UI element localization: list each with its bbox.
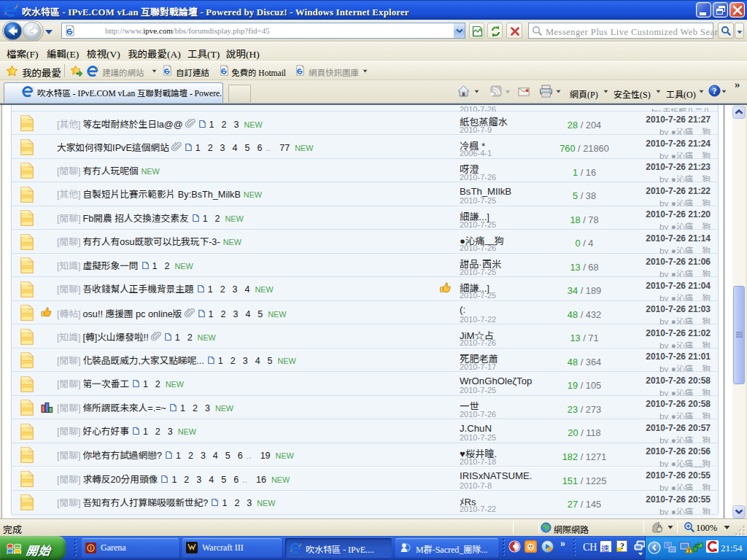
svg-text:?: ? [713,86,717,96]
